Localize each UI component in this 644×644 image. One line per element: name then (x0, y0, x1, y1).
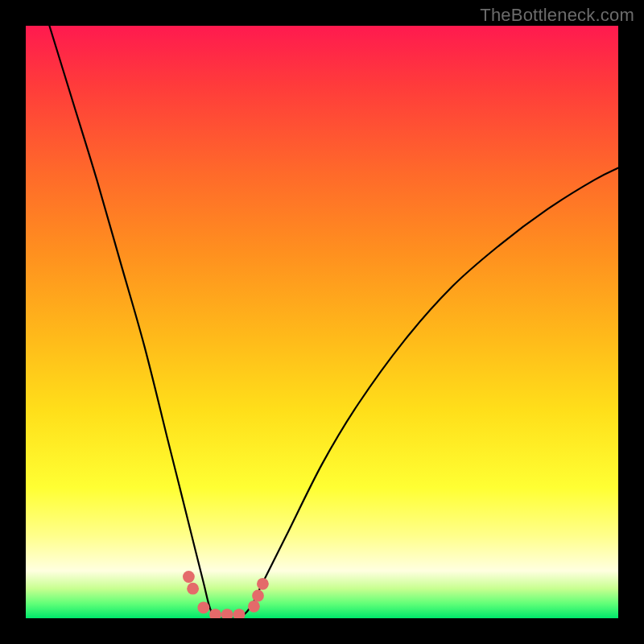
plot-area (26, 26, 618, 618)
chart-svg (26, 26, 618, 618)
marker-dot (187, 583, 199, 595)
marker-dot (197, 601, 209, 613)
bottleneck-curve (49, 26, 618, 618)
bottom-dots-group (183, 571, 269, 618)
marker-dot (257, 578, 269, 590)
chart-frame: TheBottleneck.com (0, 0, 644, 644)
marker-dot (233, 609, 246, 618)
marker-dot (183, 571, 195, 583)
marker-dot (221, 609, 233, 618)
watermark-text: TheBottleneck.com (480, 5, 634, 26)
marker-dot (252, 590, 264, 602)
marker-dot (248, 601, 260, 613)
